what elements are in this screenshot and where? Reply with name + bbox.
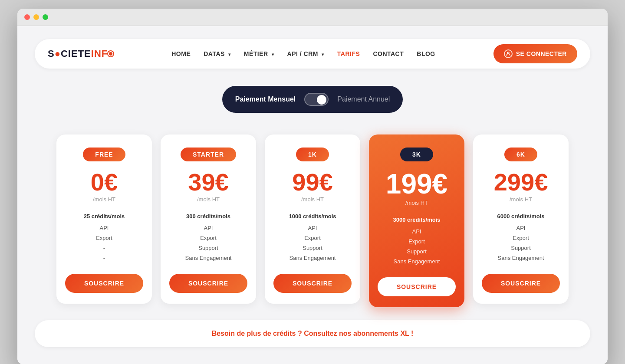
browser-window: S●CIETEINF HOME DATAS ▾ MÉTIER ▾ API / C… [17,9,608,364]
plan-badge-free: FREE [83,148,125,161]
nav-link-apicrm[interactable]: API / CRM ▾ [287,50,324,57]
plan-badge-6k: 6K [504,148,537,161]
plan-badge-3k: 3K [400,148,433,161]
logo-o: ● [55,48,61,59]
pricing-grid: FREE 0€ /mois HT 25 crédits/mois API Exp… [35,134,590,307]
feature-item: Sans Engagement [378,256,456,266]
feature-item: Sans Engagement [273,253,352,263]
monthly-label: Paiement Mensuel [235,95,296,103]
feature-item: Export [482,233,560,243]
chevron-down-icon: ▾ [322,52,324,57]
connect-icon [504,49,513,58]
feature-item: 25 crédits/mois [65,211,143,221]
plan-period-6k: /mois HT [510,196,532,203]
feature-item: - [65,253,143,263]
feature-item: Support [378,246,456,256]
plan-period-free: /mois HT [93,196,115,203]
browser-content: S●CIETEINF HOME DATAS ▾ MÉTIER ▾ API / C… [17,26,608,364]
billing-toggle-switch[interactable] [304,93,329,106]
subscribe-button-6k[interactable]: SOUSCRIRE [482,274,560,293]
plan-1k: 1K 99€ /mois HT 1000 crédits/mois API Ex… [265,134,360,304]
nav-link-tarifs[interactable]: TARIFS [337,50,360,57]
nav-link-blog[interactable]: BLOG [417,50,435,57]
chevron-down-icon: ▾ [228,52,231,57]
nav-link-datas[interactable]: DATAS ▾ [204,50,231,57]
plan-free: FREE 0€ /mois HT 25 crédits/mois API Exp… [56,134,152,304]
nav-item-contact[interactable]: CONTACT [373,50,404,58]
feature-item: Support [169,243,247,253]
nav-item-blog[interactable]: BLOG [417,50,435,58]
feature-item: Sans Engagement [482,253,560,263]
subscribe-button-starter[interactable]: SOUSCRIRE [169,274,247,293]
nav-item-apicrm[interactable]: API / CRM ▾ [287,50,324,58]
logo: S●CIETEINF [48,48,113,59]
plan-price-1k: 99€ [292,170,332,194]
feature-item: Support [273,243,352,253]
feature-item: API [169,223,247,233]
plan-features-1k: 1000 crédits/mois API Export Support San… [273,211,352,263]
connect-label: SE CONNECTER [516,50,567,57]
plan-period-1k: /mois HT [301,196,324,203]
feature-item: API [273,223,352,233]
plan-price-starter: 39€ [188,170,228,194]
plan-features-3k: 3000 crédits/mois API Export Support San… [378,215,456,266]
plan-badge-1k: 1K [296,148,329,161]
subscribe-button-free[interactable]: SOUSCRIRE [65,274,143,293]
feature-item: Support [482,243,560,253]
nav-item-tarifs[interactable]: TARIFS [337,50,360,58]
bottom-banner-link[interactable]: Besoin de plus de crédits ? Consultez no… [212,330,414,337]
navbar: S●CIETEINF HOME DATAS ▾ MÉTIER ▾ API / C… [35,39,590,69]
feature-item: Export [169,233,247,243]
plan-features-starter: 300 crédits/mois API Export Support Sans… [169,211,247,263]
plan-badge-starter: STARTER [181,148,236,161]
plan-period-starter: /mois HT [197,196,220,203]
plan-3k: 3K 199€ /mois HT 3000 crédits/mois API E… [369,134,464,307]
browser-titlebar [17,9,608,26]
nav-item-datas[interactable]: DATAS ▾ [204,50,231,58]
feature-item: 300 crédits/mois [169,211,247,221]
feature-item: API [65,223,143,233]
plan-period-3k: /mois HT [405,200,428,206]
feature-item: Export [273,233,352,243]
feature-item: Export [65,233,143,243]
nav-item-home[interactable]: HOME [171,50,191,58]
nav-link-metier[interactable]: MÉTIER ▾ [244,50,274,57]
feature-item: 1000 crédits/mois [273,211,352,221]
annual-label: Paiement Annuel [337,95,390,103]
plan-features-6k: 6000 crédits/mois API Export Support San… [482,211,560,263]
feature-item: API [482,223,560,233]
feature-item: - [65,243,143,253]
plan-features-free: 25 crédits/mois API Export - - [65,211,143,263]
billing-toggle-pill: Paiement Mensuel Paiement Annuel [222,86,403,113]
minimize-button[interactable] [33,14,39,20]
bottom-banner[interactable]: Besoin de plus de crédits ? Consultez no… [35,320,590,347]
toggle-thumb [317,95,326,105]
feature-item: 3000 crédits/mois [378,215,456,225]
plan-starter: STARTER 39€ /mois HT 300 crédits/mois AP… [161,134,256,304]
plan-price-6k: 299€ [494,170,548,194]
nav-link-contact[interactable]: CONTACT [373,50,404,57]
feature-item: Sans Engagement [169,253,247,263]
feature-item: Export [378,236,456,246]
close-button[interactable] [24,14,30,20]
connect-button[interactable]: SE CONNECTER [493,44,577,63]
chevron-down-icon: ▾ [272,52,274,57]
feature-item: 6000 crédits/mois [482,211,560,221]
subscribe-button-3k[interactable]: SOUSCRIRE [378,277,456,296]
nav-links: HOME DATAS ▾ MÉTIER ▾ API / CRM ▾ TARIFS… [171,50,435,58]
plan-6k: 6K 299€ /mois HT 6000 crédits/mois API E… [473,134,569,304]
subscribe-button-1k[interactable]: SOUSCRIRE [273,274,352,293]
logo-info: INF [91,48,113,59]
plan-price-free: 0€ [91,170,118,194]
nav-link-home[interactable]: HOME [171,50,191,57]
maximize-button[interactable] [43,14,48,20]
billing-toggle-section: Paiement Mensuel Paiement Annuel [35,86,590,113]
plan-price-3k: 199€ [386,170,447,198]
nav-item-metier[interactable]: MÉTIER ▾ [244,50,274,58]
feature-item: API [378,226,456,236]
